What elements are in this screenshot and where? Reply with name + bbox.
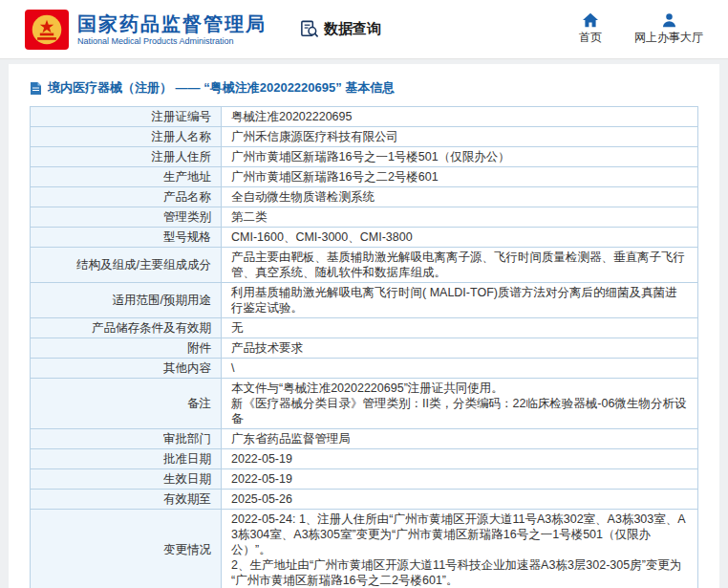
field-value: 产品技术要求 bbox=[222, 338, 698, 359]
field-label: 生产地址 bbox=[31, 167, 222, 187]
field-label: 管理类别 bbox=[31, 207, 222, 228]
field-label: 注册人名称 bbox=[31, 127, 222, 147]
document-icon bbox=[30, 81, 42, 96]
field-label: 有效期至 bbox=[31, 490, 222, 510]
field-value: 无 bbox=[222, 318, 698, 338]
nav-home-label: 首页 bbox=[579, 30, 602, 46]
table-row: 注册人名称 广州禾信康源医疗科技有限公司 bbox=[31, 127, 698, 147]
field-value: \ bbox=[222, 359, 698, 379]
data-query-label: 数据查询 bbox=[324, 20, 381, 38]
field-value: 广州市黄埔区新瑞路16号之二2号楼601 bbox=[222, 167, 698, 187]
field-value: 本文件与“粤械注准20202220695”注册证共同使用。 新《医疗器械分类目录… bbox=[222, 379, 698, 429]
nav-item-service-hall[interactable]: 网上办事大厅 bbox=[634, 12, 703, 46]
table-row: 生效日期 2022-05-19 bbox=[31, 469, 698, 490]
field-label: 注册证编号 bbox=[31, 107, 222, 127]
field-label: 产品名称 bbox=[31, 187, 222, 207]
nav-service-hall-label: 网上办事大厅 bbox=[634, 30, 703, 46]
table-row: 产品储存条件及有效期 无 bbox=[31, 318, 698, 338]
field-label: 变更情况 bbox=[31, 510, 222, 588]
field-label: 生效日期 bbox=[31, 469, 222, 490]
field-value: 2022-05-19 bbox=[222, 449, 698, 469]
table-row: 注册证编号 粤械注准20202220695 bbox=[31, 107, 698, 127]
org-name-en: National Medical Products Administration bbox=[77, 36, 267, 47]
field-label: 其他内容 bbox=[31, 359, 222, 379]
page-title: 境内医疗器械（注册） —— “粤械注准20202220695” 基本信息 bbox=[48, 79, 395, 97]
national-emblem-icon bbox=[25, 10, 69, 50]
org-name-cn: 国家药品监督管理局 bbox=[77, 12, 267, 35]
table-row: 批准日期 2022-05-19 bbox=[31, 449, 698, 469]
field-label: 型号规格 bbox=[31, 228, 222, 248]
home-icon bbox=[582, 12, 599, 28]
data-query-button[interactable]: 数据查询 bbox=[299, 19, 381, 39]
registration-info-table: 注册证编号 粤械注准20202220695 注册人名称 广州禾信康源医疗科技有限… bbox=[30, 106, 698, 588]
table-row: 适用范围/预期用途 利用基质辅助激光解吸电离飞行时间( MALDI-TOF)质谱… bbox=[31, 283, 698, 318]
field-value: 广东省药品监督管理局 bbox=[222, 429, 698, 449]
field-value: 粤械注准20202220695 bbox=[222, 107, 698, 127]
document-search-icon bbox=[299, 19, 319, 39]
nav-item-home[interactable]: 首页 bbox=[579, 12, 602, 46]
org-title-block: 国家药品监督管理局 National Medical Products Admi… bbox=[77, 12, 267, 47]
field-value: 广州禾信康源医疗科技有限公司 bbox=[222, 127, 698, 147]
person-icon bbox=[661, 12, 677, 28]
site-header: 国家药品监督管理局 National Medical Products Admi… bbox=[0, 0, 728, 59]
content-panel: 境内医疗器械（注册） —— “粤械注准20202220695” 基本信息 注册证… bbox=[9, 64, 719, 588]
header-nav: 首页 网上办事大厅 bbox=[579, 12, 711, 46]
table-row: 变更情况 2022-05-24: 1、注册人住所由“广州市黄埔区开源大道11号A… bbox=[31, 510, 698, 588]
field-value: 第二类 bbox=[222, 207, 698, 228]
field-label: 审批部门 bbox=[31, 429, 222, 449]
field-value: 广州市黄埔区新瑞路16号之一1号楼501（仅限办公） bbox=[222, 147, 698, 167]
field-value: 利用基质辅助激光解吸电离飞行时间( MALDI-TOF)质谱方法对分离后的细菌及… bbox=[222, 283, 698, 318]
field-label: 批准日期 bbox=[31, 449, 222, 469]
table-row: 结构及组成/主要组成成分 产品主要由靶板、基质辅助激光解吸电离离子源、飞行时间质… bbox=[31, 248, 698, 283]
field-value: 产品主要由靶板、基质辅助激光解吸电离离子源、飞行时间质量检测器、垂直离子飞行管、… bbox=[222, 248, 698, 283]
field-label: 附件 bbox=[31, 338, 222, 359]
table-row: 有效期至 2025-05-26 bbox=[31, 490, 698, 510]
field-value: 2025-05-26 bbox=[222, 490, 698, 510]
table-row: 审批部门 广东省药品监督管理局 bbox=[31, 429, 698, 449]
table-row: 生产地址 广州市黄埔区新瑞路16号之二2号楼601 bbox=[31, 167, 698, 187]
field-label: 结构及组成/主要组成成分 bbox=[31, 248, 222, 283]
table-row: 附件 产品技术要求 bbox=[31, 338, 698, 359]
field-label: 产品储存条件及有效期 bbox=[31, 318, 222, 338]
table-row: 产品名称 全自动微生物质谱检测系统 bbox=[31, 187, 698, 207]
table-row: 管理类别 第二类 bbox=[31, 207, 698, 228]
breadcrumb: 境内医疗器械（注册） —— “粤械注准20202220695” 基本信息 bbox=[30, 76, 698, 106]
main-area: 境内医疗器械（注册） —— “粤械注准20202220695” 基本信息 注册证… bbox=[0, 59, 728, 588]
field-value: 全自动微生物质谱检测系统 bbox=[222, 187, 698, 207]
field-label: 备注 bbox=[31, 379, 222, 429]
table-row: 备注 本文件与“粤械注准20202220695”注册证共同使用。 新《医疗器械分… bbox=[31, 379, 698, 429]
field-value: 2022-05-24: 1、注册人住所由“广州市黄埔区开源大道11号A3栋302… bbox=[222, 510, 698, 588]
field-label: 注册人住所 bbox=[31, 147, 222, 167]
field-value: CMI-1600、CMI-3000、CMI-3800 bbox=[222, 228, 698, 248]
field-value: 2022-05-19 bbox=[222, 469, 698, 490]
field-label: 适用范围/预期用途 bbox=[31, 283, 222, 318]
table-row: 注册人住所 广州市黄埔区新瑞路16号之一1号楼501（仅限办公） bbox=[31, 147, 698, 167]
table-row: 型号规格 CMI-1600、CMI-3000、CMI-3800 bbox=[31, 228, 698, 248]
table-row: 其他内容 \ bbox=[31, 359, 698, 379]
